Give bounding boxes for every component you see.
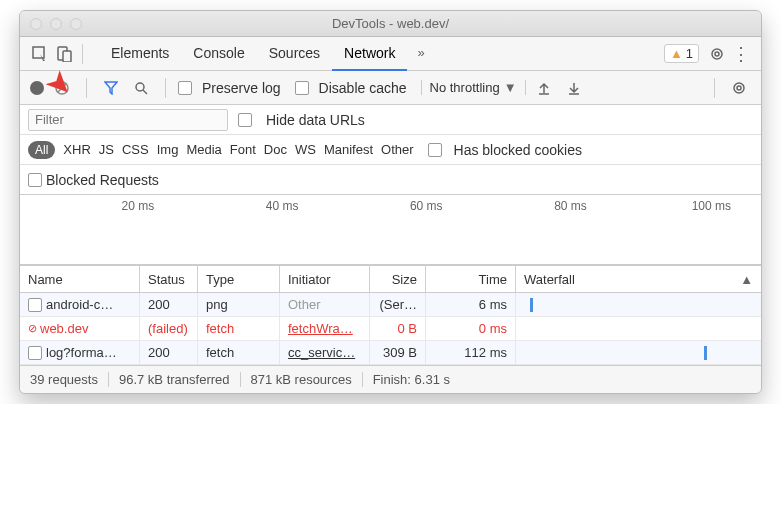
table-row[interactable]: android-c…200pngOther(Ser…6 ms [20,293,761,317]
filter-css[interactable]: CSS [122,142,149,157]
network-toolbar: ➤ Preserve log Disable cache No throttli… [20,71,761,105]
table-row[interactable]: log?forma…200fetchcc_servic…309 B112 ms [20,341,761,365]
svg-point-9 [734,83,744,93]
timeline-overview[interactable]: 20 ms 40 ms 60 ms 80 ms 100 ms [20,195,761,265]
requests-table: Name Status Type Initiator Size Time Wat… [20,265,761,365]
filter-ws[interactable]: WS [295,142,316,157]
blocked-requests-label: Blocked Requests [46,172,159,188]
preserve-log-checkbox[interactable] [178,81,192,95]
upload-icon[interactable] [532,76,556,100]
status-transferred: 96.7 kB transferred [109,372,241,387]
disable-cache-label: Disable cache [319,80,407,96]
main-toolbar: Elements Console Sources Network » ▲ 1 ⋮ [20,37,761,71]
status-bar: 39 requests 96.7 kB transferred 871 kB r… [20,365,761,393]
disable-cache-checkbox[interactable] [295,81,309,95]
hide-data-urls-label: Hide data URLs [266,112,365,128]
network-settings-icon[interactable] [727,76,751,100]
warning-icon: ▲ [670,46,683,61]
col-name[interactable]: Name [20,266,140,292]
status-resources: 871 kB resources [241,372,363,387]
panel-tabs: Elements Console Sources Network » [99,37,435,71]
kebab-menu-icon[interactable]: ⋮ [729,42,753,66]
filter-all[interactable]: All [28,141,55,159]
table-row[interactable]: ⊘web.dev(failed)fetchfetchWra…0 B0 ms [20,317,761,341]
svg-point-10 [737,86,741,90]
more-tabs-button[interactable]: » [407,37,434,71]
svg-point-3 [712,49,722,59]
svg-point-4 [715,52,719,56]
blocked-bar: Blocked Requests [20,165,761,195]
download-icon[interactable] [562,76,586,100]
window-minimize-button[interactable] [50,18,62,30]
svg-rect-2 [63,51,71,62]
status-finish: Finish: 6.31 s [363,372,460,387]
col-size[interactable]: Size [370,266,426,292]
svg-line-8 [143,90,147,94]
warning-count: 1 [686,46,693,61]
filter-xhr[interactable]: XHR [63,142,90,157]
blocked-requests-checkbox[interactable] [28,173,42,187]
col-initiator[interactable]: Initiator [280,266,370,292]
tab-elements[interactable]: Elements [99,37,181,71]
filter-input[interactable] [28,109,228,131]
col-status[interactable]: Status [140,266,198,292]
filter-doc[interactable]: Doc [264,142,287,157]
inspect-icon[interactable] [28,42,52,66]
has-blocked-label: Has blocked cookies [454,142,582,158]
titlebar: DevTools - web.dev/ [20,11,761,37]
tab-sources[interactable]: Sources [257,37,332,71]
filter-font[interactable]: Font [230,142,256,157]
window-zoom-button[interactable] [70,18,82,30]
window-title: DevTools - web.dev/ [332,16,449,31]
throttling-select[interactable]: No throttling ▼ [421,80,526,95]
filter-other[interactable]: Other [381,142,414,157]
timeline-tick: 100 ms [607,199,751,213]
sort-arrow-icon: ▲ [740,272,753,287]
timeline-tick: 80 ms [463,199,607,213]
throttling-value: No throttling [430,80,500,95]
status-requests: 39 requests [30,372,109,387]
filter-img[interactable]: Img [157,142,179,157]
col-type[interactable]: Type [198,266,280,292]
warnings-badge[interactable]: ▲ 1 [664,44,699,63]
col-waterfall[interactable]: Waterfall▲ [516,266,761,292]
timeline-tick: 40 ms [174,199,318,213]
settings-icon[interactable] [705,42,729,66]
tab-console[interactable]: Console [181,37,256,71]
filter-bar: Hide data URLs [20,105,761,135]
tab-network[interactable]: Network [332,37,407,71]
search-icon[interactable] [129,76,153,100]
timeline-tick: 20 ms [30,199,174,213]
type-filter-bar: All XHR JS CSS Img Media Font Doc WS Man… [20,135,761,165]
hide-data-urls-checkbox[interactable] [238,113,252,127]
chevron-down-icon: ▼ [504,80,517,95]
col-time[interactable]: Time [426,266,516,292]
svg-point-7 [136,83,144,91]
timeline-tick: 60 ms [318,199,462,213]
filter-icon[interactable] [99,76,123,100]
device-toggle-icon[interactable] [52,42,76,66]
filter-js[interactable]: JS [99,142,114,157]
filter-manifest[interactable]: Manifest [324,142,373,157]
svg-rect-0 [33,47,44,58]
preserve-log-label: Preserve log [202,80,281,96]
filter-media[interactable]: Media [186,142,221,157]
has-blocked-checkbox[interactable] [428,143,442,157]
window-close-button[interactable] [30,18,42,30]
